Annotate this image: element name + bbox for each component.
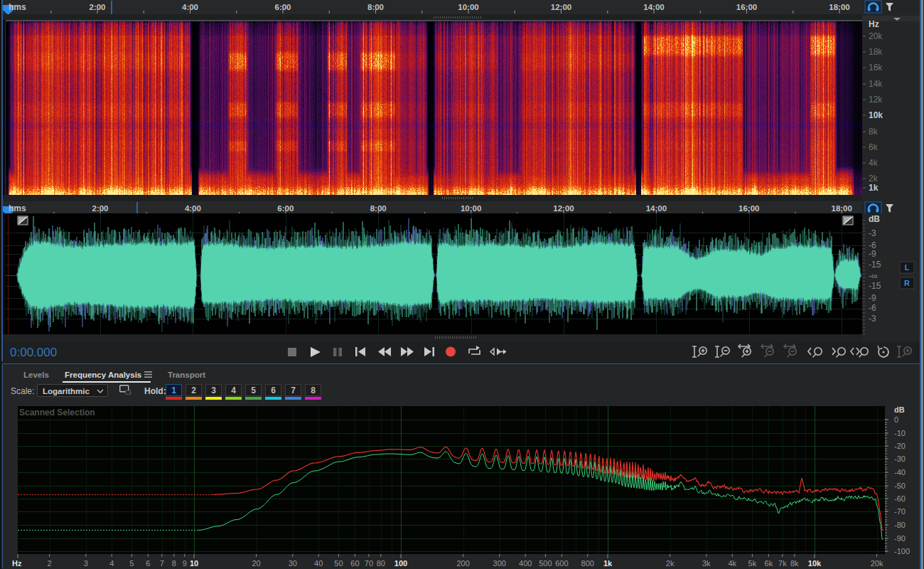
svg-text:7k: 7k xyxy=(778,559,787,568)
svg-text:20: 20 xyxy=(252,559,260,568)
svg-text:2:00: 2:00 xyxy=(89,3,105,11)
svg-text:10: 10 xyxy=(190,559,198,568)
svg-text:6: 6 xyxy=(146,559,150,568)
svg-text:60: 60 xyxy=(350,559,359,568)
svg-text:Hz: Hz xyxy=(12,559,22,568)
svg-text:16:00: 16:00 xyxy=(736,3,757,11)
svg-text:-30: -30 xyxy=(894,454,906,463)
svg-text:hms: hms xyxy=(9,203,26,213)
svg-text:6k: 6k xyxy=(869,142,879,152)
svg-text:-6: -6 xyxy=(869,303,876,313)
svg-text:dB: dB xyxy=(894,405,905,414)
svg-text:2k: 2k xyxy=(666,559,675,568)
svg-text:8k: 8k xyxy=(790,559,799,568)
svg-text:20k: 20k xyxy=(869,31,883,41)
svg-text:100: 100 xyxy=(394,559,407,568)
svg-text:4k: 4k xyxy=(728,559,736,568)
svg-text:4: 4 xyxy=(109,559,114,568)
svg-text:L: L xyxy=(905,263,910,272)
svg-text:-90: -90 xyxy=(894,534,906,543)
svg-text:2: 2 xyxy=(48,559,52,568)
svg-text:-∞: -∞ xyxy=(869,271,878,281)
svg-text:200: 200 xyxy=(456,559,469,568)
svg-text:-9: -9 xyxy=(869,293,876,303)
svg-text:6:00: 6:00 xyxy=(274,3,291,11)
svg-text:16k: 16k xyxy=(869,63,883,73)
svg-text:10k: 10k xyxy=(869,110,883,120)
svg-text:18:00: 18:00 xyxy=(829,3,849,11)
svg-text:10k: 10k xyxy=(808,559,822,568)
svg-text:dB: dB xyxy=(869,214,880,224)
svg-text:1k: 1k xyxy=(869,183,879,193)
svg-text:4:00: 4:00 xyxy=(182,3,198,11)
svg-text:8k: 8k xyxy=(869,127,879,137)
svg-text:500: 500 xyxy=(539,559,552,568)
svg-text:4:00: 4:00 xyxy=(185,204,201,213)
svg-text:5: 5 xyxy=(129,559,134,568)
svg-text:8: 8 xyxy=(172,559,176,568)
svg-text:-60: -60 xyxy=(894,494,906,503)
svg-text:2:00: 2:00 xyxy=(92,204,108,213)
svg-text:-10: -10 xyxy=(894,429,906,437)
svg-text:Scanned Selection: Scanned Selection xyxy=(19,408,95,418)
svg-text:-50: -50 xyxy=(894,482,906,490)
svg-text:3: 3 xyxy=(84,559,88,568)
svg-text:5k: 5k xyxy=(748,559,757,568)
svg-text:30: 30 xyxy=(289,559,297,568)
svg-text:10:00: 10:00 xyxy=(461,204,481,213)
svg-text:3k: 3k xyxy=(702,559,711,568)
svg-text:-70: -70 xyxy=(894,507,906,516)
svg-text:16:00: 16:00 xyxy=(738,204,759,213)
svg-text:4k: 4k xyxy=(869,158,879,168)
svg-text:600: 600 xyxy=(555,559,568,568)
svg-text:7: 7 xyxy=(160,559,164,568)
svg-text:hms: hms xyxy=(9,2,26,12)
svg-text:20k: 20k xyxy=(871,559,883,568)
svg-text:10:00: 10:00 xyxy=(458,3,478,11)
svg-text:-40: -40 xyxy=(894,468,906,477)
svg-text:18:00: 18:00 xyxy=(831,204,852,213)
svg-text:-3: -3 xyxy=(869,314,876,324)
svg-text:80: 80 xyxy=(377,559,385,568)
svg-text:12:00: 12:00 xyxy=(553,204,574,213)
svg-text:800: 800 xyxy=(581,559,594,568)
svg-text:6k: 6k xyxy=(765,559,773,568)
svg-text:14:00: 14:00 xyxy=(646,204,667,213)
svg-text:Hz: Hz xyxy=(869,19,879,29)
svg-text:8:00: 8:00 xyxy=(367,3,384,11)
svg-text:1k: 1k xyxy=(603,559,613,568)
svg-text:18k: 18k xyxy=(869,47,883,57)
svg-text:-15: -15 xyxy=(869,281,881,291)
svg-text:12:00: 12:00 xyxy=(551,3,571,11)
svg-text:-80: -80 xyxy=(894,521,906,529)
svg-text:6:00: 6:00 xyxy=(277,204,294,213)
svg-text:-3: -3 xyxy=(869,228,876,238)
svg-text:14k: 14k xyxy=(869,79,883,89)
svg-text:40: 40 xyxy=(314,559,323,568)
svg-text:300: 300 xyxy=(493,559,506,568)
svg-text:R: R xyxy=(904,279,910,287)
svg-text:70: 70 xyxy=(365,559,373,568)
svg-text:12k: 12k xyxy=(869,95,883,105)
svg-text:400: 400 xyxy=(519,559,532,568)
svg-text:-15: -15 xyxy=(869,260,881,270)
svg-text:-9: -9 xyxy=(869,249,876,259)
svg-text:50: 50 xyxy=(334,559,343,568)
svg-text:2k: 2k xyxy=(869,174,879,184)
svg-text:0: 0 xyxy=(894,415,898,424)
svg-text:-100: -100 xyxy=(894,547,910,555)
svg-text:-20: -20 xyxy=(894,442,906,450)
svg-text:14:00: 14:00 xyxy=(643,3,664,11)
svg-text:8:00: 8:00 xyxy=(370,204,387,213)
svg-text:9: 9 xyxy=(183,559,187,568)
